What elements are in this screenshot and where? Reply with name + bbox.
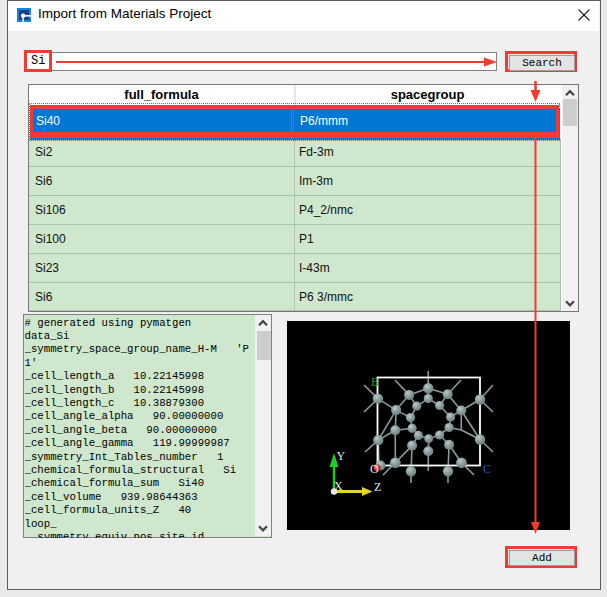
svg-text:Y: Y [337, 449, 346, 463]
svg-text:X: X [334, 479, 343, 493]
svg-text:Z: Z [374, 480, 381, 494]
svg-text:C: C [483, 462, 491, 476]
svg-text:O: O [370, 462, 379, 476]
svg-text:B: B [371, 375, 379, 389]
